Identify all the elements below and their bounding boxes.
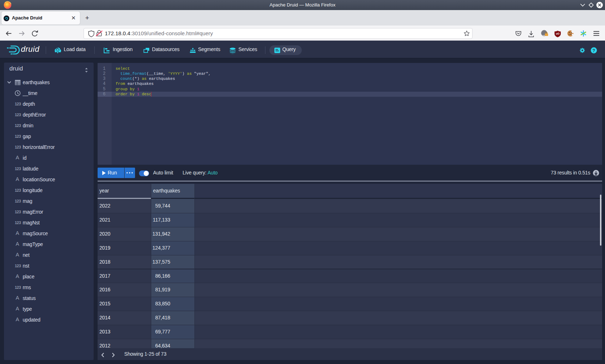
svg-text:?: ?: [592, 48, 595, 53]
svg-text:uO: uO: [556, 32, 560, 35]
